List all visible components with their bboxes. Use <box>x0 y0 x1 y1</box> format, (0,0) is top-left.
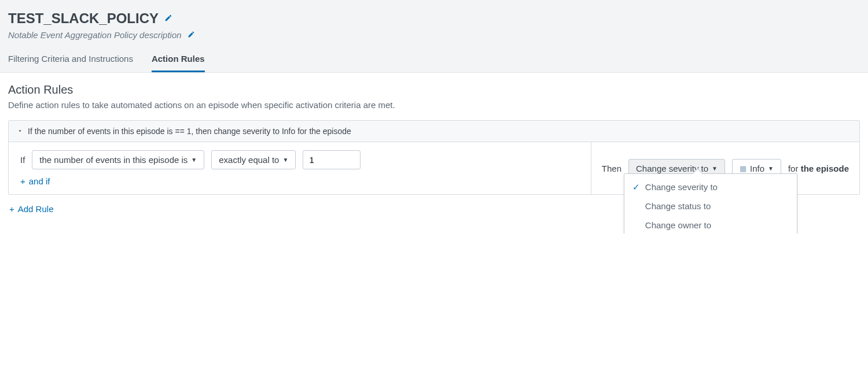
edit-title-icon[interactable] <box>164 14 172 24</box>
rule-summary-toggle[interactable]: If the number of events in this episode … <box>9 121 859 142</box>
rule-summary-text: If the number of events in this episode … <box>28 127 351 136</box>
check-icon: ✓ <box>632 182 640 192</box>
plus-icon: + <box>20 176 25 186</box>
menu-item-change-severity[interactable]: ✓ Change severity to <box>624 177 797 197</box>
menu-item-label: Change severity to <box>645 182 718 192</box>
rule-if-section: If the number of events in this episode … <box>9 142 591 194</box>
content-area: Action Rules Define action rules to take… <box>0 73 868 234</box>
section-description: Define action rules to take automated ac… <box>8 100 860 110</box>
condition-field-label: the number of events in this episode is <box>39 155 187 165</box>
condition-field-select[interactable]: the number of events in this episode is … <box>32 150 204 169</box>
menu-item-label: Change owner to <box>645 220 711 230</box>
page-description: Notable Event Aggregation Policy descrip… <box>8 30 182 40</box>
tab-bar: Filtering Criteria and Instructions Acti… <box>8 48 860 72</box>
and-if-label: and if <box>29 176 50 186</box>
severity-value-label: Info <box>750 164 764 173</box>
for-episode-text: for the episode <box>788 164 849 173</box>
add-rule-button[interactable]: + Add Rule <box>9 204 53 214</box>
caret-down-icon: ▼ <box>282 157 288 163</box>
caret-down-icon: ▼ <box>712 165 718 172</box>
if-label: If <box>20 155 25 165</box>
severity-info-icon: ▦ <box>740 164 746 173</box>
section-title: Action Rules <box>8 83 860 97</box>
rule-then-section: Then Change severity to ▼ ▦ Info ▼ for t… <box>591 142 859 194</box>
condition-value-input[interactable] <box>303 150 361 169</box>
menu-item-change-status[interactable]: Change status to <box>624 197 797 216</box>
menu-item-label: Change status to <box>645 201 711 211</box>
action-dropdown-menu: ✓ Change severity to Change status to Ch… <box>624 173 797 234</box>
add-rule-label: Add Rule <box>18 204 54 214</box>
then-label: Then <box>602 164 621 173</box>
page-header: TEST_SLACK_POLICY Notable Event Aggregat… <box>0 0 868 73</box>
rule-card: If the number of events in this episode … <box>8 120 860 195</box>
caret-down-icon: ▼ <box>191 157 197 163</box>
operator-label: exactly equal to <box>219 155 279 165</box>
tab-action-rules[interactable]: Action Rules <box>152 48 205 72</box>
tab-filtering-criteria[interactable]: Filtering Criteria and Instructions <box>8 48 133 72</box>
menu-item-change-owner[interactable]: Change owner to <box>624 216 797 234</box>
add-and-if-button[interactable]: + and if <box>20 176 50 186</box>
caret-down-icon: ▼ <box>768 165 774 172</box>
page-title: TEST_SLACK_POLICY <box>8 10 159 27</box>
chevron-down-icon <box>17 127 23 136</box>
plus-icon: + <box>9 204 14 214</box>
edit-description-icon[interactable] <box>187 30 195 40</box>
operator-select[interactable]: exactly equal to ▼ <box>211 150 296 169</box>
